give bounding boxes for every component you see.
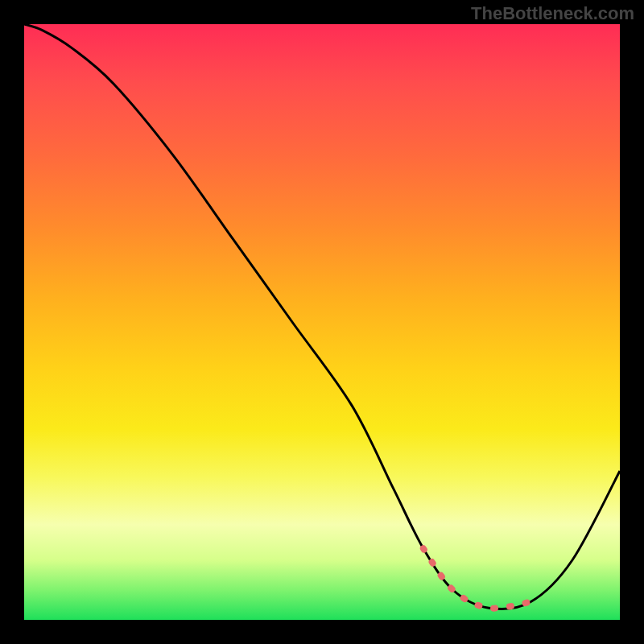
bottleneck-curve <box>24 24 620 609</box>
frame-border-right <box>620 0 644 644</box>
frame-border-left <box>0 0 24 644</box>
frame-border-bottom <box>0 620 644 644</box>
watermark-text: TheBottleneck.com <box>471 3 634 24</box>
chart-svg <box>24 24 620 620</box>
chart-plot-area <box>24 24 620 620</box>
optimum-highlight <box>423 548 530 608</box>
